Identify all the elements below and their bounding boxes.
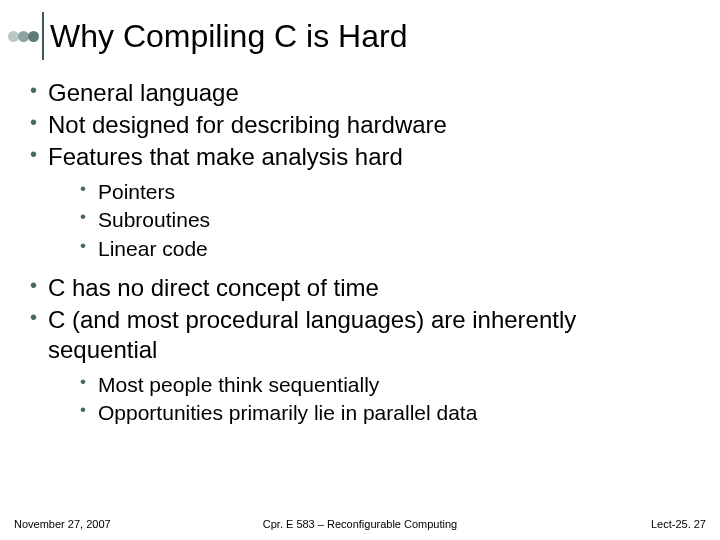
list-item: Features that make analysis hard Pointer…	[30, 142, 690, 263]
list-item: C (and most procedural languages) are in…	[30, 305, 690, 428]
sub-list: Pointers Subroutines Linear code	[80, 178, 690, 263]
list-item: Linear code	[80, 235, 690, 263]
footer-course: Cpr. E 583 – Reconfigurable Computing	[164, 518, 556, 530]
list-item: Pointers	[80, 178, 690, 206]
slide-title: Why Compiling C is Hard	[50, 18, 407, 55]
slide-header: Why Compiling C is Hard	[0, 0, 720, 60]
list-item: C has no direct concept of time	[30, 273, 690, 303]
list-item-label: C (and most procedural languages) are in…	[48, 306, 576, 363]
list-item: Opportunities primarily lie in parallel …	[80, 399, 690, 427]
footer-page: Lect-25. 27	[556, 518, 706, 530]
list-item: Not designed for describing hardware	[30, 110, 690, 140]
slide-footer: November 27, 2007 Cpr. E 583 – Reconfigu…	[0, 518, 720, 530]
footer-date: November 27, 2007	[14, 518, 164, 530]
bullet-list: General language Not designed for descri…	[30, 78, 690, 428]
list-item: Most people think sequentially	[80, 371, 690, 399]
list-item-label: Features that make analysis hard	[48, 143, 403, 170]
decoration-dots	[8, 31, 38, 42]
list-item: Subroutines	[80, 206, 690, 234]
list-item: General language	[30, 78, 690, 108]
vertical-bar-icon	[42, 12, 44, 60]
slide-content: General language Not designed for descri…	[0, 60, 720, 428]
sub-list: Most people think sequentially Opportuni…	[80, 371, 690, 428]
dot-icon	[28, 31, 39, 42]
